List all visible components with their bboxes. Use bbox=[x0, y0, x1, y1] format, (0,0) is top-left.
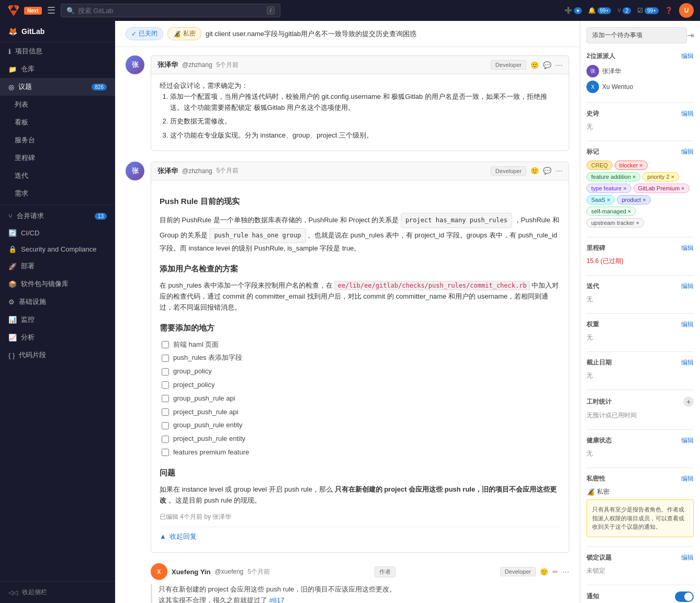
assignee-2: X Xu Wentuo bbox=[586, 81, 694, 93]
sidebar-item-board[interactable]: 看板 bbox=[0, 113, 115, 131]
sidebar-item-deploy[interactable]: 🚀 部署 bbox=[0, 257, 115, 275]
todo-button[interactable]: 添加一个待办事项 bbox=[586, 27, 687, 43]
collapse-replies-button[interactable]: ▲ 收起回复 bbox=[160, 527, 560, 547]
bell-button[interactable]: 🔔 99+ bbox=[588, 7, 612, 14]
checklist-item-5: group_push_rule api bbox=[162, 393, 560, 404]
search-input[interactable] bbox=[78, 7, 264, 15]
sidebar-label-cicd: CI/CD bbox=[21, 229, 39, 237]
collapse-sidebar-button[interactable]: ◁◁ 收起侧栏 bbox=[0, 581, 115, 603]
lock-edit-button[interactable]: 编辑 bbox=[681, 553, 694, 562]
checkbox-6[interactable] bbox=[162, 408, 169, 416]
sidebar-item-cicd[interactable]: 🔄 CI/CD bbox=[0, 225, 115, 241]
sidebar-item-iterations[interactable]: 迭代 bbox=[0, 167, 115, 185]
privacy-lock-icon: 🔏 bbox=[586, 488, 595, 496]
epic-edit-button[interactable]: 编辑 bbox=[681, 109, 694, 118]
notification-toggle[interactable] bbox=[675, 591, 694, 602]
lock-title: 锁定议题 bbox=[586, 553, 612, 562]
sidebar-item-security[interactable]: 🔒 Security and Compliance bbox=[0, 241, 115, 257]
comment-2-actions[interactable]: 🙂 💬 ⋯ bbox=[530, 167, 562, 175]
more-icon[interactable]: ⋯ bbox=[556, 61, 562, 69]
merge-requests-icon: ⑂ bbox=[8, 212, 13, 220]
sidebar-item-repo[interactable]: 📁 仓库 bbox=[0, 60, 115, 78]
reply-icon[interactable]: 💬 bbox=[543, 61, 551, 69]
label-upstream-tracker[interactable]: upstream tracker × bbox=[586, 218, 644, 227]
sidebar-item-list[interactable]: 列表 bbox=[0, 96, 115, 113]
expand-panel-icon[interactable]: ⇥ bbox=[687, 30, 694, 40]
sidebar-item-snippets[interactable]: { } 代码片段 bbox=[0, 346, 115, 364]
assignees-edit-button[interactable]: 编辑 bbox=[681, 52, 694, 61]
divider-3 bbox=[586, 237, 694, 237]
emoji-icon-sub[interactable]: 🙂 bbox=[540, 568, 548, 576]
epic-title: 史诗 bbox=[586, 109, 599, 118]
iteration-section: 送代 编辑 无 bbox=[586, 282, 694, 304]
hamburger-menu[interactable]: ☰ bbox=[47, 5, 55, 16]
assignees-header: 2位派派人 编辑 bbox=[586, 52, 694, 61]
checkbox-7[interactable] bbox=[162, 422, 169, 429]
sub-comment-actions[interactable]: 🙂 ✏ ⋯ bbox=[540, 568, 569, 576]
label-priority[interactable]: priority 2 × bbox=[642, 172, 679, 181]
label-creq[interactable]: CREQ bbox=[586, 161, 613, 170]
checkbox-4[interactable] bbox=[162, 381, 169, 389]
user-avatar[interactable]: U bbox=[679, 3, 694, 18]
label-gitlab-premium[interactable]: GitLab Premium × bbox=[634, 184, 690, 193]
search-bar[interactable]: 🔍 / bbox=[61, 4, 280, 17]
privacy-edit-button[interactable]: 编辑 bbox=[681, 474, 694, 483]
sidebar-item-infrastructure[interactable]: ⚙ 基础设施 bbox=[0, 293, 115, 311]
label-product[interactable]: product × bbox=[617, 195, 650, 204]
comment-2: 张 张泽华 @zhzhang 5个月前 Developer 🙂 💬 ⋯ bbox=[126, 162, 569, 553]
sidebar-item-issues[interactable]: ◎ 议题 826 bbox=[0, 78, 115, 96]
help-button[interactable]: ❓ bbox=[665, 7, 673, 14]
edit-icon-sub[interactable]: ✏ bbox=[552, 568, 558, 576]
sidebar-item-merge-requests[interactable]: ⑂ 合并请求 13 bbox=[0, 207, 115, 225]
right-panel-header: 添加一个待办事项 ⇥ bbox=[586, 27, 694, 43]
slash-shortcut: / bbox=[267, 6, 275, 15]
checkbox-8[interactable] bbox=[162, 436, 169, 443]
topbar: Next ☰ 🔍 / ➕ ▾ 🔔 99+ ⑂ 2 ☑ 99+ ❓ U bbox=[0, 0, 700, 21]
due-date-edit-button[interactable]: 编辑 bbox=[681, 358, 694, 367]
assignee-2-name: Xu Wentuo bbox=[602, 83, 633, 90]
issue-link-817[interactable]: #817 bbox=[269, 596, 285, 603]
sidebar-label-milestones: 里程碑 bbox=[15, 153, 35, 163]
sidebar-item-milestones[interactable]: 里程碑 bbox=[0, 149, 115, 167]
section-push-rule: Push Rule 目前的现实 bbox=[160, 195, 560, 208]
checkbox-1[interactable] bbox=[162, 341, 169, 348]
checkbox-9[interactable] bbox=[162, 449, 169, 456]
comment-1-actions[interactable]: 🙂 💬 ⋯ bbox=[530, 61, 562, 69]
sidebar-item-project-info[interactable]: ℹ 项目信息 bbox=[0, 42, 115, 60]
label-feature-addition[interactable]: feature addition × bbox=[586, 172, 640, 181]
packages-icon: 📦 bbox=[8, 280, 17, 288]
merge-button[interactable]: ⑂ 2 bbox=[617, 7, 631, 14]
health-edit-button[interactable]: 编辑 bbox=[681, 436, 694, 445]
labels-edit-button[interactable]: 编辑 bbox=[681, 147, 694, 156]
sidebar-label-issues: 议题 bbox=[18, 82, 32, 92]
privacy-section: 私密性 编辑 🔏 私密 只有具有至少是报告者角色、作者或指派人权限的项目成员，可… bbox=[586, 474, 694, 537]
label-blocker[interactable]: blocker × bbox=[615, 161, 648, 170]
time-add-button[interactable]: + bbox=[683, 396, 694, 407]
checkbox-5[interactable] bbox=[162, 395, 169, 402]
issues-count-badge: 826 bbox=[92, 84, 107, 90]
checkbox-2[interactable] bbox=[162, 355, 169, 362]
milestone-edit-button[interactable]: 编辑 bbox=[681, 244, 694, 253]
label-saas[interactable]: SaaS × bbox=[586, 195, 615, 204]
push-rule-desc: 目前的 PushRule 是一个单独的数据库表存储的，PushRule 和 Pr… bbox=[160, 213, 560, 254]
more-icon-2[interactable]: ⋯ bbox=[556, 167, 562, 175]
plus-button[interactable]: ➕ ▾ bbox=[564, 7, 582, 14]
emoji-icon-2[interactable]: 🙂 bbox=[530, 167, 539, 175]
more-icon-sub[interactable]: ⋯ bbox=[562, 568, 569, 576]
sidebar-item-packages[interactable]: 📦 软件包与镜像库 bbox=[0, 275, 115, 293]
reply-icon-2[interactable]: 💬 bbox=[543, 167, 551, 175]
checkbox-3[interactable] bbox=[162, 368, 169, 376]
sidebar-item-servicedesk[interactable]: 服务台 bbox=[0, 131, 115, 149]
code-project-has-many: project has_many push_rules bbox=[401, 213, 512, 228]
sidebar-item-analytics[interactable]: 📈 分析 bbox=[0, 328, 115, 346]
checklist-item-4: project_policy bbox=[162, 380, 560, 391]
todo-button[interactable]: ☑ 99+ bbox=[637, 7, 659, 14]
weight-edit-button[interactable]: 编辑 bbox=[681, 320, 694, 329]
next-badge: Next bbox=[24, 7, 42, 15]
label-self-managed[interactable]: self-managed × bbox=[586, 207, 636, 216]
label-type-feature[interactable]: type feature × bbox=[586, 184, 631, 193]
sidebar-item-requirements[interactable]: 需求 bbox=[0, 185, 115, 202]
iteration-edit-button[interactable]: 编辑 bbox=[681, 282, 694, 291]
sidebar-item-monitor[interactable]: 📊 监控 bbox=[0, 311, 115, 328]
emoji-icon[interactable]: 🙂 bbox=[530, 61, 539, 69]
